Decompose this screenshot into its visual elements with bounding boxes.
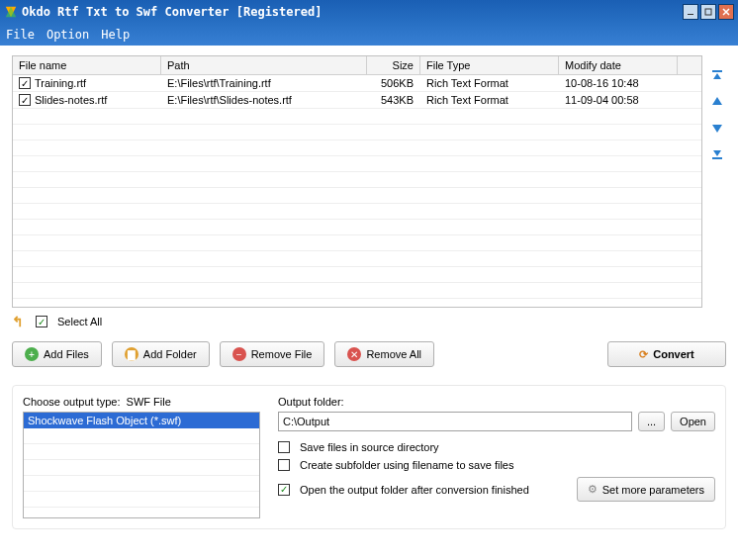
output-type-panel: Choose output type: SWF File Shockwave F… bbox=[23, 396, 260, 518]
menu-file[interactable]: File bbox=[6, 28, 35, 42]
remove-file-button[interactable]: −Remove File bbox=[220, 341, 325, 367]
move-up-icon[interactable] bbox=[710, 95, 724, 111]
browse-button[interactable]: ... bbox=[638, 412, 665, 431]
close-button[interactable] bbox=[718, 4, 734, 20]
col-header-path[interactable]: Path bbox=[161, 56, 367, 74]
move-down-icon[interactable] bbox=[710, 121, 724, 137]
folder-icon: ▇ bbox=[125, 347, 138, 361]
output-folder-panel: Output folder: ... Open Save files in so… bbox=[278, 396, 715, 518]
create-subfolder-checkbox[interactable] bbox=[278, 459, 290, 471]
x-icon: ✕ bbox=[347, 347, 361, 361]
open-after-label: Open the output folder after conversion … bbox=[300, 484, 529, 496]
move-bottom-icon[interactable] bbox=[710, 146, 724, 162]
remove-all-button[interactable]: ✕Remove All bbox=[334, 341, 434, 367]
col-header-date[interactable]: Modify date bbox=[559, 56, 678, 74]
move-top-icon[interactable] bbox=[710, 69, 724, 85]
window-title: Okdo Rtf Txt to Swf Converter [Registere… bbox=[22, 5, 681, 19]
open-folder-button[interactable]: Open bbox=[671, 412, 715, 431]
table-row[interactable]: ✓Slides-notes.rtfE:\Files\rtf\Slides-not… bbox=[13, 92, 701, 109]
menu-help[interactable]: Help bbox=[101, 28, 130, 42]
svg-rect-1 bbox=[705, 9, 711, 15]
app-icon bbox=[4, 5, 18, 19]
output-folder-label: Output folder: bbox=[278, 396, 715, 408]
svg-rect-3 bbox=[712, 157, 722, 159]
convert-button[interactable]: ⟳Convert bbox=[607, 341, 726, 367]
maximize-button[interactable] bbox=[700, 4, 716, 20]
col-header-size[interactable]: Size bbox=[367, 56, 420, 74]
lower-panel: Choose output type: SWF File Shockwave F… bbox=[12, 385, 726, 529]
grid-body: ✓Training.rtfE:\Files\rtf\Training.rtf50… bbox=[13, 75, 701, 307]
row-checkbox[interactable]: ✓ bbox=[19, 94, 31, 106]
output-folder-input[interactable] bbox=[278, 412, 632, 431]
set-more-parameters-button[interactable]: ⚙Set more parameters bbox=[577, 477, 715, 502]
output-type-listbox[interactable]: Shockwave Flash Object (*.swf) bbox=[23, 412, 260, 518]
select-all-checkbox[interactable]: ✓ bbox=[36, 316, 47, 327]
convert-icon: ⟳ bbox=[639, 348, 648, 361]
row-checkbox[interactable]: ✓ bbox=[19, 77, 31, 89]
col-header-name[interactable]: File name bbox=[13, 56, 161, 74]
menu-bar: File Option Help bbox=[0, 24, 738, 46]
add-folder-button[interactable]: ▇Add Folder bbox=[112, 341, 210, 367]
toolbar-row: +Add Files ▇Add Folder −Remove File ✕Rem… bbox=[12, 341, 726, 367]
save-in-source-label: Save files in source directory bbox=[300, 441, 439, 453]
grid-header: File name Path Size File Type Modify dat… bbox=[13, 56, 701, 75]
minus-icon: − bbox=[232, 347, 246, 361]
add-files-button[interactable]: +Add Files bbox=[12, 341, 102, 367]
plus-icon: + bbox=[25, 347, 39, 361]
save-in-source-checkbox[interactable] bbox=[278, 441, 290, 453]
svg-rect-0 bbox=[688, 14, 693, 15]
table-row[interactable]: ✓Training.rtfE:\Files\rtf\Training.rtf50… bbox=[13, 75, 701, 92]
reorder-arrows bbox=[708, 55, 726, 308]
output-type-label: Choose output type: SWF File bbox=[23, 396, 260, 408]
open-after-checkbox[interactable]: ✓ bbox=[278, 484, 290, 496]
minimize-button[interactable] bbox=[683, 4, 698, 20]
create-subfolder-label: Create subfolder using filename to save … bbox=[300, 459, 513, 471]
file-grid: File name Path Size File Type Modify dat… bbox=[12, 55, 702, 308]
svg-rect-2 bbox=[712, 70, 722, 72]
parent-folder-icon[interactable]: ↰ bbox=[12, 314, 24, 329]
list-item[interactable]: Shockwave Flash Object (*.swf) bbox=[24, 413, 259, 428]
select-all-row: ↰ ✓ Select All bbox=[12, 314, 726, 329]
gear-icon: ⚙ bbox=[588, 483, 598, 496]
col-header-type[interactable]: File Type bbox=[420, 56, 559, 74]
main-content: File name Path Size File Type Modify dat… bbox=[0, 46, 738, 560]
menu-option[interactable]: Option bbox=[46, 28, 89, 42]
select-all-label: Select All bbox=[57, 316, 102, 327]
title-bar: Okdo Rtf Txt to Swf Converter [Registere… bbox=[0, 0, 738, 24]
